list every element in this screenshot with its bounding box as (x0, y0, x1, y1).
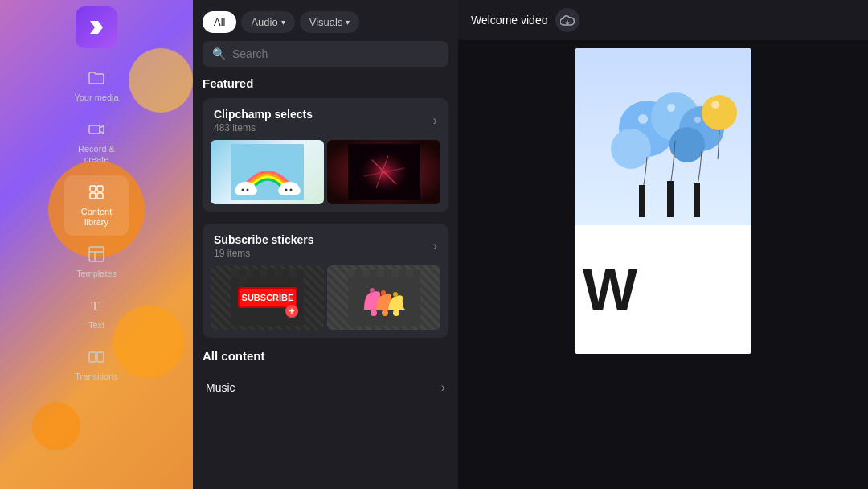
svg-point-51 (393, 292, 398, 297)
svg-rect-9 (89, 352, 96, 362)
search-input[interactable] (232, 47, 439, 60)
svg-point-22 (289, 189, 292, 191)
svg-rect-0 (89, 125, 100, 134)
svg-point-18 (288, 186, 301, 195)
svg-point-20 (246, 189, 248, 191)
clipchamp-selects-name: Clipchamp selects (214, 108, 313, 121)
thumb-rainbow (211, 140, 324, 204)
subscribe-stickers-info: Subscribe stickers 19 items (214, 233, 314, 259)
music-chevron-right-icon: › (441, 380, 445, 395)
svg-point-57 (638, 114, 648, 124)
featured-title: Featured (203, 76, 448, 90)
svg-rect-3 (90, 193, 96, 199)
subscribe-stickers-header[interactable]: Subscribe stickers 19 items › (203, 224, 448, 265)
subscribe-stickers-count: 19 items (214, 248, 314, 259)
preview-area: W (458, 40, 868, 489)
svg-text:+: + (289, 306, 294, 317)
top-bar: Welcome video (458, 0, 868, 40)
svg-point-63 (702, 95, 737, 130)
svg-point-48 (393, 310, 399, 316)
sidebar-item-record-create[interactable]: Record & create (64, 113, 129, 173)
sidebar-label-text: Text (88, 320, 104, 331)
svg-rect-33 (289, 269, 297, 277)
svg-rect-43 (377, 269, 384, 277)
svg-rect-4 (97, 193, 103, 199)
filter-bar: All Audio ▾ Visuals ▾ (193, 0, 458, 41)
grid-icon (88, 183, 105, 203)
svg-rect-5 (89, 247, 104, 261)
clipchamp-selects-thumbs (203, 140, 448, 212)
svg-rect-61 (667, 181, 674, 217)
subscribe-stickers-card: Subscribe stickers 19 items › (203, 224, 448, 338)
sidebar-label-templates: Templates (76, 269, 117, 279)
svg-point-15 (244, 186, 257, 195)
filter-all-button[interactable]: All (203, 11, 236, 33)
chevron-right-icon-subscribe: › (433, 239, 437, 253)
svg-rect-32 (275, 269, 282, 277)
svg-rect-44 (391, 269, 399, 277)
chevron-down-icon-visuals: ▾ (346, 18, 350, 27)
music-row[interactable]: Music › (203, 371, 448, 405)
search-icon: 🔍 (212, 47, 226, 60)
thumb-bells (327, 265, 440, 330)
preview-balloons (575, 48, 751, 225)
svg-rect-45 (406, 269, 413, 277)
filter-visuals-label: Visuals (309, 16, 343, 28)
filter-audio-dropdown[interactable]: Audio ▾ (241, 11, 294, 33)
featured-section: Featured Clipchamp selects 483 items › (203, 76, 448, 338)
folder-icon (88, 69, 105, 89)
clipchamp-selects-header[interactable]: Clipchamp selects 483 items › (203, 98, 448, 140)
svg-rect-10 (97, 352, 104, 362)
svg-point-64 (711, 101, 719, 109)
svg-rect-30 (246, 269, 253, 277)
app-container: Your media Record & create Content l (0, 0, 868, 489)
search-bar: 🔍 (203, 41, 448, 67)
preview-card: W (575, 48, 751, 354)
right-area: Welcome video (458, 0, 868, 489)
main-panel: All Audio ▾ Visuals ▾ 🔍 Featured (193, 0, 458, 489)
sidebar-label-transitions: Transitions (75, 372, 117, 382)
svg-point-47 (382, 310, 388, 316)
svg-rect-42 (362, 269, 370, 277)
preview-text-area: W (575, 225, 751, 354)
sidebar-item-text[interactable]: T Text (64, 289, 129, 339)
svg-point-19 (241, 189, 244, 191)
thumb-dark (327, 140, 440, 204)
sidebar-item-transitions[interactable]: Transitions (64, 340, 129, 390)
videocam-icon (88, 121, 105, 141)
svg-text:SUBSCRIBE: SUBSCRIBE (241, 293, 293, 302)
svg-point-21 (285, 189, 287, 191)
clipchamp-selects-count: 483 items (214, 122, 313, 134)
svg-point-58 (667, 104, 675, 112)
svg-rect-1 (90, 186, 96, 191)
svg-rect-31 (260, 269, 268, 277)
sidebar-item-content-library[interactable]: Content library (64, 175, 129, 236)
clipchamp-selects-info: Clipchamp selects 483 items (214, 108, 313, 134)
sidebar-item-your-media[interactable]: Your media (64, 61, 129, 111)
subscribe-stickers-thumbs: SUBSCRIBE + (203, 265, 448, 338)
sidebar-label-record-create: Record & create (78, 144, 115, 165)
all-content-title: All content (203, 349, 448, 363)
filter-visuals-dropdown[interactable]: Visuals ▾ (300, 11, 360, 33)
template-icon (88, 245, 105, 265)
subscribe-stickers-name: Subscribe stickers (214, 233, 314, 246)
transitions-icon (88, 348, 105, 368)
svg-point-46 (371, 310, 377, 316)
svg-rect-60 (639, 185, 645, 217)
chevron-right-icon: › (433, 113, 437, 128)
clipchamp-selects-card: Clipchamp selects 483 items › (203, 98, 448, 212)
preview-letter: W (583, 257, 637, 323)
sidebar-item-templates[interactable]: Templates (64, 237, 129, 287)
sidebar-label-content-library: Content library (81, 207, 113, 228)
cloud-save-icon[interactable] (555, 8, 579, 32)
sidebar-label-your-media: Your media (74, 92, 118, 103)
chevron-down-icon: ▾ (281, 18, 285, 27)
app-logo (76, 6, 117, 48)
svg-rect-41 (348, 269, 355, 277)
thumb-subscribe: SUBSCRIBE + (211, 265, 324, 330)
all-content-section: All content Music › (203, 349, 448, 405)
text-icon: T (88, 297, 105, 317)
icon-sidebar: Your media Record & create Content l (0, 0, 193, 489)
content-area: Featured Clipchamp selects 483 items › (193, 76, 458, 489)
svg-rect-29 (231, 269, 239, 277)
